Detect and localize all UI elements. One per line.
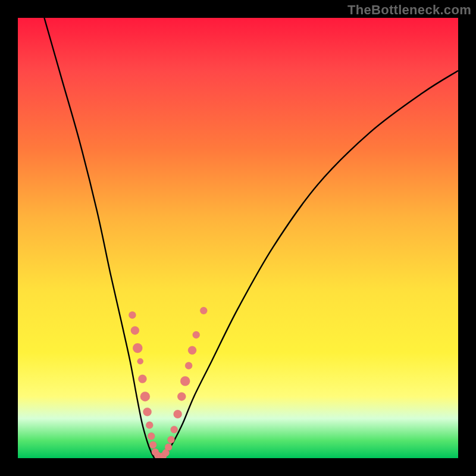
- scatter-dot: [138, 375, 146, 383]
- curve-overlay: [18, 18, 458, 458]
- left-bottleneck-curve: [44, 18, 154, 458]
- scatter-dot: [174, 410, 182, 418]
- scatter-dot: [200, 307, 207, 314]
- scatter-dot: [157, 453, 164, 458]
- scatter-dot: [180, 377, 190, 386]
- scatter-dot: [165, 444, 172, 451]
- scatter-points: [129, 307, 207, 458]
- watermark-text: TheBottleneck.com: [347, 2, 471, 18]
- scatter-dot: [133, 343, 142, 353]
- scatter-dot: [193, 331, 200, 339]
- scatter-dot: [171, 426, 178, 433]
- scatter-dot: [185, 362, 192, 369]
- scatter-dot: [152, 449, 159, 456]
- scatter-dot: [131, 326, 139, 334]
- right-bottleneck-curve: [163, 71, 458, 458]
- scatter-dot: [168, 436, 175, 443]
- scatter-dot: [129, 312, 136, 319]
- plot-area: [18, 18, 458, 458]
- scatter-dot: [177, 392, 186, 400]
- scatter-dot: [162, 449, 170, 456]
- scatter-dot: [143, 408, 152, 416]
- scatter-dot: [140, 392, 150, 401]
- scatter-dot: [149, 441, 156, 449]
- scatter-dot: [146, 422, 153, 429]
- scatter-dot: [148, 433, 155, 440]
- scatter-dot: [154, 452, 161, 458]
- scatter-dot: [137, 358, 143, 364]
- scatter-dot: [159, 452, 167, 458]
- chart-frame: TheBottleneck.com: [0, 0, 476, 476]
- scatter-dot: [188, 346, 196, 355]
